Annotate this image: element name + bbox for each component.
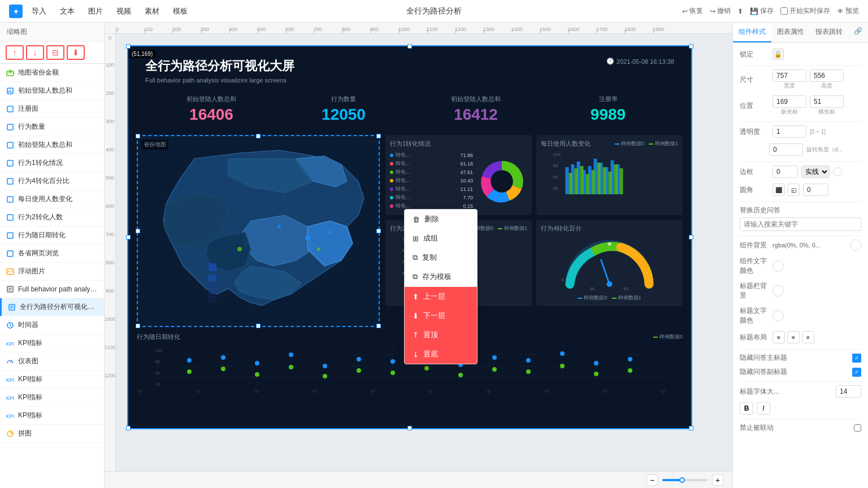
redo-button[interactable]: ↪ 撤销: [710, 6, 731, 16]
hide-main-title-checkbox[interactable]: ✓: [852, 354, 861, 363]
move-up-button[interactable]: ↑: [6, 45, 24, 60]
zoom-thumb[interactable]: [679, 477, 685, 483]
ctx-bring-forward[interactable]: ⬆ 上一层: [405, 287, 477, 306]
title-bg-picker[interactable]: [772, 285, 784, 297]
move-down-button[interactable]: ↓: [26, 45, 44, 60]
map-handle-bm[interactable]: [256, 324, 261, 328]
align-left-btn[interactable]: ≡: [772, 331, 785, 343]
align-right-btn[interactable]: ≡: [802, 331, 814, 343]
sidebar-item-viz-screen[interactable]: 全行为路径分析可视化大屏: [0, 298, 104, 316]
sidebar-item-pv[interactable]: 各省网页浏览: [0, 245, 104, 263]
width-input[interactable]: [772, 69, 806, 82]
bg-color-picker[interactable]: [850, 239, 861, 251]
sidebar-item-date-convert[interactable]: 行为随日期转化: [0, 226, 104, 245]
handle-mid-left[interactable]: [126, 235, 131, 239]
ctx-save-template[interactable]: ⧉ 存为模板: [405, 267, 477, 286]
border-color-picker[interactable]: [833, 167, 842, 176]
map-handle-tr[interactable]: [376, 134, 381, 138]
sidebar-item-behavior-count[interactable]: 行为数量: [0, 118, 104, 136]
sidebar-item-convert2[interactable]: 行为2转化人数: [0, 208, 104, 226]
sidebar-item-convert1[interactable]: 行为1转化情况: [0, 154, 104, 172]
map-handle-ml[interactable]: [136, 229, 140, 233]
nav-template[interactable]: 模板: [173, 6, 188, 16]
opacity-input[interactable]: [772, 125, 806, 138]
zoom-in-button[interactable]: +: [712, 474, 723, 486]
title-text-color-picker[interactable]: [772, 310, 784, 321]
sidebar-item-kpi2[interactable]: KPI KPI指标: [0, 371, 104, 389]
sidebar-item-pie[interactable]: 拼图: [0, 425, 104, 443]
handle-top-right[interactable]: [689, 44, 693, 49]
history-input[interactable]: [740, 217, 861, 231]
sidebar-item-init-login[interactable]: 初始登陆人数总和: [0, 82, 104, 100]
ctx-delete[interactable]: 🗑 删除: [405, 210, 477, 229]
sidebar-item-kpi1[interactable]: KPI KPI指标: [0, 334, 104, 352]
export-button[interactable]: ⬇: [67, 45, 85, 60]
map-handle-tm[interactable]: [256, 134, 261, 138]
text-color-label: 组件文字颜色: [740, 256, 769, 276]
sidebar-item-full-behavior[interactable]: Full behavior path analysis...: [0, 281, 104, 298]
font-size-input[interactable]: [836, 385, 861, 398]
preview-button[interactable]: 👁 预览: [837, 6, 859, 16]
map-handle-br[interactable]: [376, 324, 381, 328]
italic-button[interactable]: I: [757, 402, 770, 415]
save-button[interactable]: 💾 保存: [750, 6, 774, 16]
sidebar-item-map[interactable]: 地图省份金额: [0, 64, 104, 82]
undo-button[interactable]: ↩ 恢复: [682, 6, 703, 16]
corner-all-btn[interactable]: ⬛: [772, 184, 785, 196]
tab-link[interactable]: 🔗: [848, 23, 868, 42]
sidebar-item-daily-users[interactable]: 每日使用人数变化: [0, 190, 104, 208]
sidebar-item-kpi4[interactable]: KPI KPI指标: [0, 407, 104, 425]
no-drag-checkbox[interactable]: [854, 424, 861, 432]
lock-button[interactable]: 🔓: [772, 49, 784, 60]
realtime-save-toggle[interactable]: 开始实时保存: [780, 6, 830, 16]
sidebar-item-init-login2[interactable]: 初始登陆人数总和: [0, 136, 104, 154]
handle-bot-left[interactable]: [126, 426, 131, 430]
rotation-input[interactable]: [769, 143, 803, 156]
y-input[interactable]: [810, 95, 844, 108]
dashboard-canvas[interactable]: (51,169) 全行为路径分析可视化大屏: [116, 34, 732, 471]
tab-chart-props[interactable]: 图表属性: [771, 23, 810, 42]
text-color-picker[interactable]: [772, 260, 784, 272]
handle-bot-right[interactable]: [689, 426, 693, 430]
zoom-out-button[interactable]: −: [646, 474, 658, 486]
share-button[interactable]: ⬆: [737, 7, 743, 15]
border-type-select[interactable]: 实线: [801, 165, 830, 178]
nav-asset[interactable]: 素材: [145, 6, 159, 16]
height-input[interactable]: [810, 69, 844, 82]
nav-video[interactable]: 视频: [116, 6, 131, 16]
nav-image[interactable]: 图片: [88, 6, 103, 16]
handle-mid-right[interactable]: [689, 235, 693, 239]
handle-top-mid[interactable]: [407, 44, 412, 49]
nav-text[interactable]: 文本: [60, 6, 75, 16]
map-handle-mr[interactable]: [376, 229, 381, 233]
align-center-btn[interactable]: ≡: [787, 331, 800, 343]
corner-single-btn[interactable]: ◱: [787, 184, 800, 196]
x-input[interactable]: [772, 95, 806, 108]
map-container[interactable]: 省份地图: [137, 135, 380, 327]
map-handle-tl[interactable]: [136, 134, 140, 138]
sidebar-item-gauge[interactable]: 仪表图: [0, 352, 104, 371]
sidebar-item-float-img[interactable]: 浮动图片: [0, 263, 104, 281]
tab-component-style[interactable]: 组件样式: [733, 23, 771, 42]
sidebar-item-kpi3[interactable]: KPI KPI指标: [0, 389, 104, 407]
ctx-bring-to-top[interactable]: ⤒ 置顶: [405, 325, 477, 345]
hide-subtitle-checkbox[interactable]: ✓: [852, 368, 861, 377]
zoom-slider[interactable]: [662, 479, 708, 481]
map-handle-bl[interactable]: [136, 324, 140, 328]
handle-top-left[interactable]: [126, 44, 131, 49]
tab-report-jump[interactable]: 报表跳转: [810, 23, 848, 42]
ctx-send-backward[interactable]: ⬇ 下一层: [405, 306, 477, 325]
sidebar-item-reg[interactable]: 注册面: [0, 100, 104, 118]
nav-import[interactable]: 导入: [32, 6, 46, 16]
sidebar-item-convert4pct[interactable]: 行为4转化百分比: [0, 172, 104, 190]
ctx-group[interactable]: ⊞ 成组: [405, 229, 477, 248]
ctx-copy[interactable]: ⧉ 复制: [405, 248, 477, 267]
bold-button[interactable]: B: [740, 402, 753, 415]
border-width-input[interactable]: [772, 165, 798, 178]
corner-input[interactable]: [803, 184, 828, 196]
sidebar-item-timer[interactable]: 时间器: [0, 316, 104, 334]
handle-bot-mid[interactable]: [407, 426, 412, 430]
realtime-checkbox[interactable]: [780, 7, 788, 15]
ctx-send-to-bottom[interactable]: ⤓ 置底: [405, 345, 477, 364]
remove-button[interactable]: ⊟: [46, 45, 64, 60]
